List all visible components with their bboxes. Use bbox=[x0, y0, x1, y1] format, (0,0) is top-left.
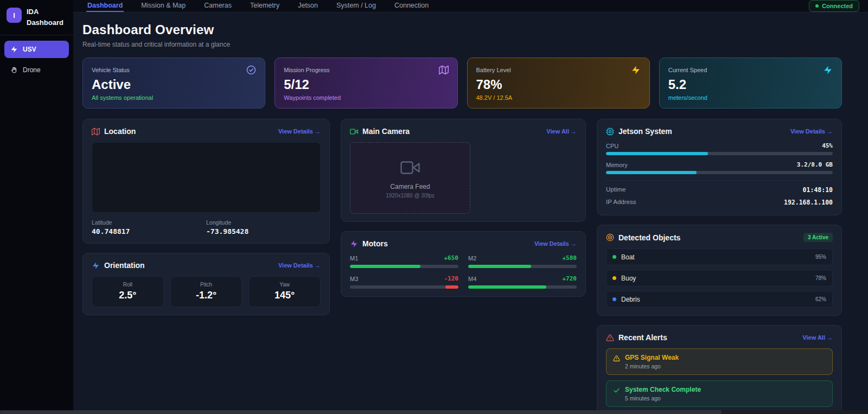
card-title: Detected Objects bbox=[618, 233, 680, 242]
lightning-icon bbox=[10, 46, 18, 53]
motors-view-details-link[interactable]: View Details → bbox=[534, 240, 577, 247]
camera-feed-placeholder: Camera Feed 1920x1080 @ 30fps bbox=[350, 142, 470, 214]
sidebar: I IDA Dashboard USV Drone bbox=[0, 0, 73, 414]
sidebar-item-label: USV bbox=[23, 46, 36, 53]
camera-feed-spec: 1920x1080 @ 30fps bbox=[386, 193, 435, 199]
object-confidence: 95% bbox=[815, 254, 826, 260]
motor-label: M3 bbox=[350, 276, 358, 282]
ip-address-label: IP Address bbox=[606, 199, 636, 206]
page-title: Dashboard Overview bbox=[82, 22, 842, 37]
orientation-card: Orientation View Details → Roll 2.5° Pit… bbox=[82, 253, 330, 315]
alert-time: 5 minutes ago bbox=[625, 395, 701, 402]
stat-value: 78% bbox=[476, 78, 641, 91]
stat-value: 5.2 bbox=[668, 78, 833, 91]
stat-label: Mission Progress bbox=[284, 67, 329, 73]
logo: I IDA Dashboard bbox=[0, 0, 73, 35]
camera-feed-label: Camera Feed bbox=[390, 183, 430, 190]
yaw-label: Yaw bbox=[249, 282, 320, 288]
memory-value: 3.2/8.0 GB bbox=[797, 161, 833, 168]
alert-title: System Check Complete bbox=[625, 386, 701, 393]
motor-value: -120 bbox=[444, 275, 459, 282]
check-icon bbox=[613, 387, 620, 394]
cpu-chip-icon bbox=[606, 128, 614, 136]
stat-card-vehicle-status: Vehicle Status Active All systems operat… bbox=[82, 58, 265, 109]
map-icon bbox=[92, 128, 100, 136]
logo-line1: IDA bbox=[27, 7, 63, 17]
tab-mission-map[interactable]: Mission & Map bbox=[140, 0, 187, 12]
dashboard-grid: Location View Details → Latitude 40.7488… bbox=[82, 119, 842, 414]
pitch-value: -1.2° bbox=[171, 290, 242, 301]
lightning-icon bbox=[823, 65, 833, 75]
alert-item-warning: GPS Signal Weak 2 minutes ago bbox=[606, 348, 833, 375]
recent-alerts-card: Recent Alerts View All → GPS Signal Weak… bbox=[597, 325, 842, 414]
stat-card-mission-progress: Mission Progress 5/12 Waypoints complete… bbox=[275, 58, 457, 109]
stat-card-current-speed: Current Speed 5.2 meters/second bbox=[659, 58, 842, 109]
longitude-label: Longitude bbox=[206, 219, 321, 226]
horizontal-scrollbar-thumb[interactable] bbox=[0, 410, 722, 414]
tab-system-log[interactable]: System / Log bbox=[335, 0, 377, 12]
location-view-details-link[interactable]: View Details → bbox=[278, 128, 321, 135]
stat-subtext: Waypoints completed bbox=[284, 94, 448, 101]
latitude-value: 40.748817 bbox=[92, 227, 206, 235]
alert-time: 2 minutes ago bbox=[625, 363, 679, 370]
motor-bar bbox=[350, 285, 458, 289]
sidebar-item-label: Drone bbox=[23, 66, 41, 74]
detected-object-row: Buoy 78% bbox=[606, 270, 833, 286]
orientation-view-details-link[interactable]: View Details → bbox=[278, 262, 321, 269]
tab-connection[interactable]: Connection bbox=[393, 0, 430, 12]
logo-badge: I bbox=[7, 8, 22, 23]
memory-bar bbox=[606, 171, 833, 174]
stat-card-battery-level: Battery Level 78% 48.2V / 12.5A bbox=[467, 58, 650, 109]
sidebar-item-usv[interactable]: USV bbox=[4, 41, 69, 58]
video-camera-icon bbox=[400, 158, 420, 177]
sidebar-item-drone[interactable]: Drone bbox=[4, 61, 69, 79]
motor-m1: M1 +650 bbox=[350, 254, 458, 268]
stat-cards-row: Vehicle Status Active All systems operat… bbox=[82, 58, 842, 109]
stat-subtext: 48.2V / 12.5A bbox=[476, 94, 641, 101]
connection-status-label: Connected bbox=[822, 3, 853, 9]
tab-cameras[interactable]: Cameras bbox=[203, 0, 233, 12]
stat-subtext: All systems operational bbox=[92, 94, 256, 101]
object-name: Buoy bbox=[621, 275, 636, 282]
logo-title: IDA Dashboard bbox=[27, 7, 63, 28]
object-name: Boat bbox=[621, 253, 635, 261]
motor-bar bbox=[468, 285, 577, 289]
stat-value: 5/12 bbox=[284, 78, 448, 91]
stat-label: Vehicle Status bbox=[92, 67, 130, 73]
tab-telemetry[interactable]: Telemetry bbox=[249, 0, 280, 12]
motor-label: M2 bbox=[468, 255, 476, 262]
lightning-icon bbox=[631, 65, 641, 75]
sidebar-nav: USV Drone bbox=[0, 35, 73, 84]
card-title: Motors bbox=[362, 239, 388, 248]
page-subtitle: Real-time status and critical informatio… bbox=[82, 41, 842, 48]
location-card: Location View Details → Latitude 40.7488… bbox=[82, 119, 330, 244]
page-content: Dashboard Overview Real-time status and … bbox=[73, 12, 868, 414]
stat-label: Current Speed bbox=[668, 67, 707, 73]
cpu-bar bbox=[606, 152, 833, 155]
object-status-dot bbox=[612, 297, 616, 301]
lightning-icon bbox=[350, 240, 358, 248]
pitch-label: Pitch bbox=[171, 282, 242, 288]
jetson-view-details-link[interactable]: View Details → bbox=[790, 128, 833, 135]
alert-title: GPS Signal Weak bbox=[625, 354, 679, 361]
motor-m4: M4 +720 bbox=[468, 275, 577, 289]
motor-value: +650 bbox=[444, 254, 459, 262]
active-count-badge: 3 Active bbox=[803, 233, 833, 242]
roll-label: Roll bbox=[92, 282, 163, 288]
map-icon bbox=[439, 65, 449, 75]
horizontal-scrollbar bbox=[0, 410, 868, 414]
yaw-readout: Yaw 145° bbox=[248, 276, 321, 307]
card-title: Main Camera bbox=[362, 127, 410, 136]
cpu-label: CPU bbox=[606, 143, 618, 149]
detected-objects-card: Detected Objects 3 Active Boat 95% Buoy … bbox=[597, 225, 842, 316]
uptime-label: Uptime bbox=[606, 186, 626, 194]
target-icon bbox=[606, 233, 614, 241]
ip-address-value: 192.168.1.100 bbox=[784, 199, 833, 206]
alerts-view-all-link[interactable]: View All → bbox=[802, 334, 833, 341]
tab-dashboard[interactable]: Dashboard bbox=[86, 0, 124, 12]
main-area: Dashboard Mission & Map Cameras Telemetr… bbox=[73, 0, 868, 414]
camera-view-all-link[interactable]: View All → bbox=[546, 128, 577, 135]
detected-object-row: Boat 95% bbox=[606, 249, 833, 265]
tab-jetson[interactable]: Jetson bbox=[297, 0, 319, 12]
logo-line2: Dashboard bbox=[27, 17, 63, 28]
